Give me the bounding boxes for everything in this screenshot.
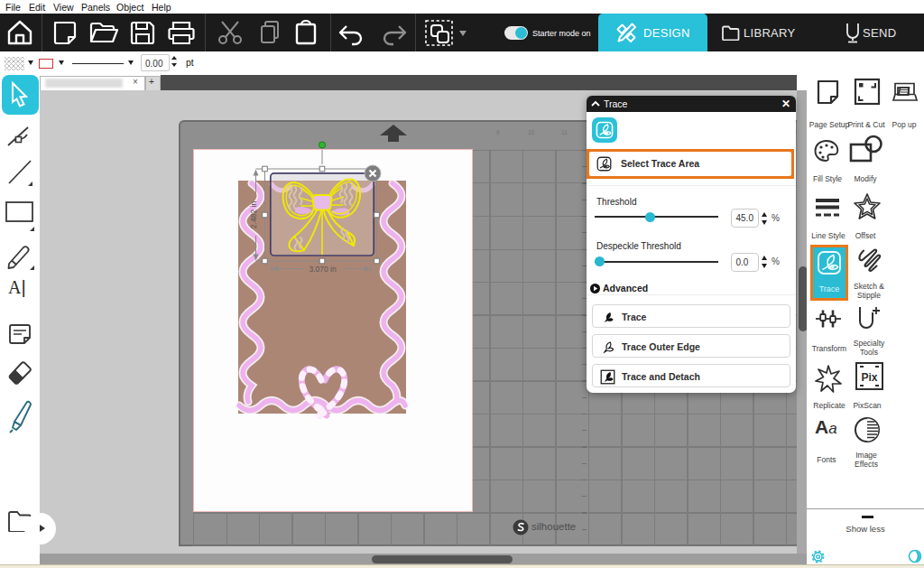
svg-text:3.070 in: 3.070 in [309,265,337,274]
svg-text:Pix: Pix [861,371,877,384]
svg-text:2.482 in: 2.482 in [249,201,258,229]
